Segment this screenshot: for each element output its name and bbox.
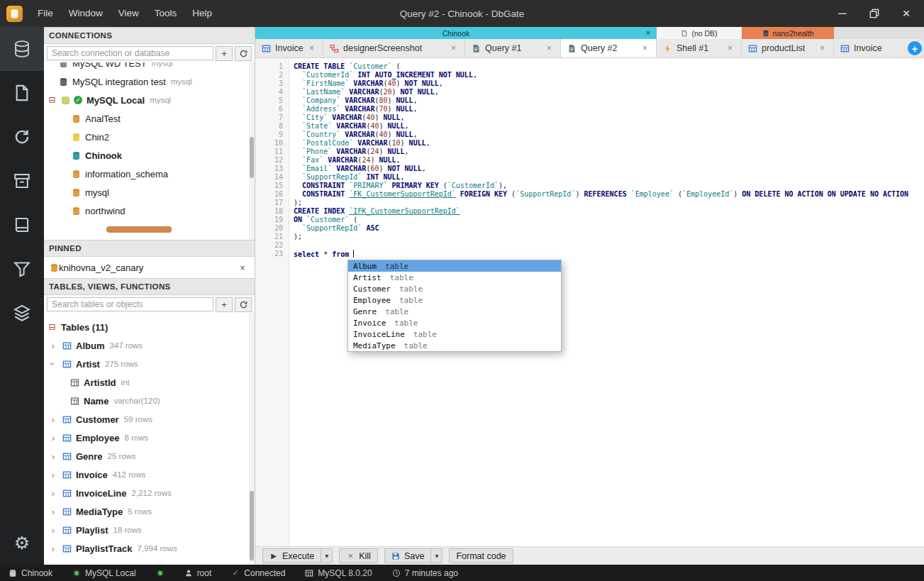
new-tab-button[interactable]: + [908, 41, 922, 55]
table-item[interactable]: ›Album347 rows [44, 336, 255, 355]
database-item[interactable]: northwind [44, 201, 255, 220]
execute-dropdown-button[interactable]: ▾ [321, 548, 333, 563]
menu-view[interactable]: View [111, 0, 147, 27]
autocomplete-item[interactable]: Albumtable [348, 260, 561, 272]
expand-chevron-icon[interactable]: › [48, 507, 58, 516]
status-7-minutes-ago[interactable]: 7 minutes ago [392, 568, 458, 578]
tab-group-nano2health[interactable]: nano2health [742, 27, 834, 39]
table-item[interactable]: ›Playlist18 rows [44, 521, 255, 539]
rail-history[interactable] [0, 115, 44, 159]
collapse-icon[interactable]: ⊟ [48, 323, 57, 332]
rail-query-designer[interactable] [0, 247, 44, 291]
tab-shell-1[interactable]: Shell #1× [657, 39, 742, 57]
menu-tools[interactable]: Tools [147, 0, 185, 27]
close-tab-group-icon[interactable]: × [644, 28, 652, 37]
close-tab-icon[interactable]: × [640, 44, 650, 53]
tab-invoice[interactable]: Invoice× [255, 39, 323, 57]
minimize-button[interactable]: ─ [836, 7, 849, 20]
add-connection-button[interactable]: + [216, 46, 233, 61]
format-code-button[interactable]: Format code [449, 548, 513, 563]
refresh-connections-button[interactable] [235, 46, 252, 61]
table-item[interactable]: ›Invoice412 rows [44, 465, 255, 484]
column-item[interactable]: ArtistIdint [44, 373, 255, 392]
rail-files[interactable] [0, 71, 44, 115]
autocomplete-item[interactable]: Customertable [348, 283, 561, 294]
autocomplete-item[interactable]: Genretable [348, 306, 561, 317]
connection-item[interactable]: MySQL WD TESTmysql [44, 62, 255, 72]
unpin-icon[interactable]: × [238, 262, 247, 272]
close-tab-icon[interactable]: × [545, 44, 554, 53]
status-mysql-local[interactable]: MySQL Local [72, 568, 136, 578]
rail-connections[interactable] [0, 27, 44, 71]
autocomplete-item[interactable]: Employeetable [348, 294, 561, 306]
tab-query-2[interactable]: Query #2× [561, 39, 657, 57]
sql-editor[interactable]: 1CREATE TABLE `Customer` (2 `CustomerId`… [255, 58, 924, 546]
tab-group-chinook[interactable]: Chinook× [255, 27, 657, 39]
connections-scrollbar[interactable] [249, 62, 255, 240]
table-item[interactable]: ›MediaType5 rows [44, 502, 255, 521]
connections-search-input[interactable] [47, 46, 213, 60]
expand-chevron-icon[interactable]: › [48, 488, 58, 498]
rail-documentation[interactable] [0, 203, 44, 247]
table-item[interactable]: ›Genre25 rows [44, 447, 255, 465]
kill-button[interactable]: ×Kill [339, 548, 378, 563]
expand-chevron-icon[interactable]: › [48, 341, 58, 350]
autocomplete-item[interactable]: MediaTypetable [348, 340, 561, 351]
close-tab-icon[interactable]: × [307, 44, 316, 53]
close-tab-icon[interactable]: × [818, 44, 827, 53]
database-item[interactable]: Chin2 [44, 128, 255, 146]
tab-group-no-db[interactable]: (no DB) [657, 27, 742, 39]
pinned-item[interactable]: knihovna_v2_canary× [44, 257, 255, 278]
table-item[interactable]: ›PlaylistTrack7,994 rows [44, 539, 255, 558]
expand-chevron-icon[interactable]: › [48, 470, 58, 480]
expand-chevron-icon[interactable]: › [48, 543, 58, 553]
tables-root[interactable]: ⊟Tables (11) [44, 318, 255, 336]
status-chinook[interactable]: Chinook [9, 568, 52, 578]
menu-window[interactable]: Window [61, 0, 111, 27]
status-led[interactable] [156, 569, 165, 577]
connection-item[interactable]: MySQL integration testmysql [44, 72, 255, 91]
database-item[interactable]: Chinook [44, 146, 255, 165]
save-dropdown-button[interactable]: ▾ [430, 548, 442, 563]
save-button[interactable]: Save [384, 548, 431, 563]
tab-query-1[interactable]: Query #1× [465, 39, 561, 57]
status-connected[interactable]: ✓Connected [231, 568, 285, 578]
expand-chevron-icon[interactable]: › [48, 414, 58, 424]
tab-productlist[interactable]: productList× [742, 39, 834, 57]
scrollbar-thumb[interactable] [250, 137, 254, 178]
expand-chevron-icon[interactable]: › [48, 525, 58, 535]
database-item[interactable]: information_schema [44, 165, 255, 183]
tab-designerscreenshot[interactable]: designerScreenshot× [323, 39, 465, 57]
database-item[interactable]: mysql [44, 183, 255, 201]
rail-plugins[interactable] [0, 291, 44, 335]
rail-settings[interactable]: ⚙ [0, 521, 44, 565]
table-item[interactable]: ›Artist275 rows [44, 355, 255, 373]
close-tab-icon[interactable]: × [449, 44, 458, 53]
execute-button[interactable]: ▶Execute [262, 548, 321, 563]
collapse-icon[interactable]: ⊟ [48, 96, 57, 105]
expand-chevron-icon[interactable]: › [48, 451, 58, 461]
table-item[interactable]: ›InvoiceLine2,212 rows [44, 484, 255, 502]
rail-archive[interactable] [0, 159, 44, 203]
autocomplete-item[interactable]: Artisttable [348, 272, 561, 283]
restore-button[interactable] [868, 7, 881, 20]
table-item[interactable]: ›Employee8 rows [44, 428, 255, 447]
menu-file[interactable]: File [30, 0, 61, 27]
database-item[interactable]: AnalTest [44, 109, 255, 128]
autocomplete-item[interactable]: InvoiceLinetable [348, 328, 561, 340]
expand-chevron-icon[interactable]: › [48, 359, 58, 369]
expand-chevron-icon[interactable]: › [48, 433, 58, 443]
autocomplete-item[interactable]: Invoicetable [348, 317, 561, 328]
status-root[interactable]: root [184, 568, 212, 578]
tables-scrollbar[interactable] [249, 314, 255, 565]
menu-help[interactable]: Help [184, 0, 220, 27]
add-table-button[interactable]: + [216, 297, 233, 312]
close-window-button[interactable]: × [900, 7, 913, 20]
status-mysql-8-0-20[interactable]: MySQL 8.0.20 [305, 568, 372, 578]
close-tab-icon[interactable]: × [725, 44, 735, 53]
table-item[interactable]: ›Customer59 rows [44, 410, 255, 428]
connection-item[interactable]: ⊟✓MySQL Localmysql [44, 91, 255, 109]
tables-search-input[interactable] [47, 297, 213, 311]
column-item[interactable]: Namevarchar(120) [44, 392, 255, 410]
scrollbar-thumb[interactable] [250, 491, 254, 560]
